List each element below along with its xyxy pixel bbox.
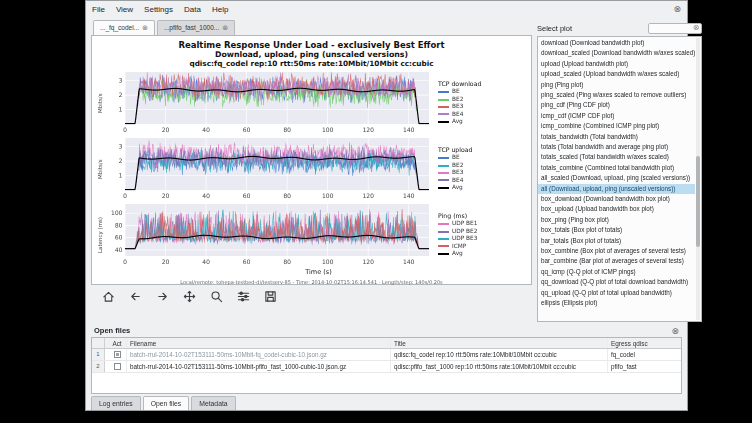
column-header-egress-qdisc: Egress qdisc bbox=[608, 338, 681, 348]
y-axis-label-ping: Latency (ms) bbox=[95, 206, 105, 264]
legend-line-swatch bbox=[438, 121, 449, 123]
menu-file[interactable]: File bbox=[92, 5, 105, 14]
plot-column: ..._fq_codel...⊗...pfifo_fast_1000...⊗ R… bbox=[91, 18, 532, 322]
forward-button[interactable] bbox=[154, 288, 171, 305]
plot-option-upload_scaled[interactable]: upload_scaled (Upload bandwidth w/axes s… bbox=[538, 69, 695, 79]
home-icon bbox=[102, 290, 115, 303]
plot-list: download (Download bandwidth plot)downlo… bbox=[537, 36, 702, 322]
plot-option-all_scaled[interactable]: all_scaled (Download, upload, ping (scal… bbox=[538, 173, 695, 183]
window-close-icon[interactable]: ⊗ bbox=[673, 5, 681, 14]
tab-close-icon[interactable]: ⊗ bbox=[222, 24, 228, 32]
plot-list-scrollbar[interactable] bbox=[696, 38, 700, 320]
plot-option-totals_bandwidth[interactable]: totals_bandwidth (Total bandwidth) bbox=[538, 132, 695, 142]
subplot-row-ping: Latency (ms)Ping (ms)UDP BE1UDP BE2UDP B… bbox=[95, 202, 531, 268]
legend-line-swatch bbox=[438, 99, 449, 101]
clear-filter-icon[interactable]: ⊗ bbox=[693, 24, 700, 32]
bottom-tab-metadata[interactable]: Metadata bbox=[191, 396, 235, 410]
legend-entry: UDP BE3 bbox=[438, 235, 523, 242]
legend-entry: BE4 bbox=[438, 177, 523, 184]
plot-option-ping_cdf[interactable]: ping_cdf (Ping CDF plot) bbox=[538, 100, 695, 110]
plot-option-icmp_cdf[interactable]: icmp_cdf (ICMP CDF plot) bbox=[538, 111, 695, 121]
save-button[interactable] bbox=[262, 288, 279, 305]
tab-close-icon[interactable]: ⊗ bbox=[142, 24, 148, 32]
legend-entry: BE bbox=[438, 88, 523, 95]
column-header-act: Act bbox=[105, 338, 127, 348]
pan-button[interactable] bbox=[181, 288, 198, 305]
y-axis-label-upload: Mbits/s bbox=[95, 140, 105, 198]
plot-option-download_scaled[interactable]: download_scaled (Download bandwidth w/ax… bbox=[538, 48, 695, 58]
back-button[interactable] bbox=[127, 288, 144, 305]
legend-entry: Avg bbox=[438, 118, 523, 125]
select-plot-title: Select plot bbox=[537, 24, 572, 33]
legend-entry: UDP BE2 bbox=[438, 228, 523, 235]
plot-title-line3: qdisc:fq_codel rep:10 rtt:50ms rate:10Mb… bbox=[92, 59, 531, 68]
plot-filter-input[interactable]: ⊗ bbox=[648, 23, 702, 34]
plot-option-icmp_combine[interactable]: icmp_combine (Combined ICMP ping plot) bbox=[538, 121, 695, 131]
plot-option-all[interactable]: all (Download, upload, ping (unscaled ve… bbox=[538, 184, 695, 194]
document-tab-2[interactable]: ...pfifo_fast_1000...⊗ bbox=[157, 20, 235, 35]
home-button[interactable] bbox=[100, 288, 117, 305]
menu-settings[interactable]: Settings bbox=[144, 5, 173, 14]
legend-entry: BE4 bbox=[438, 111, 523, 118]
menu-help[interactable]: Help bbox=[212, 5, 228, 14]
subplot-canvas-upload[interactable] bbox=[105, 136, 433, 202]
plot-option-box_totals[interactable]: box_totals (Box plot of totals) bbox=[538, 225, 695, 235]
legend-line-swatch bbox=[438, 113, 449, 115]
legend-ping: Ping (ms)UDP BE1UDP BE2UDP BE3ICMPAvg bbox=[433, 212, 523, 257]
plot-option-box_combine[interactable]: box_combine (Box plot of averages of sev… bbox=[538, 246, 695, 256]
plot-option-qq_icmp[interactable]: qq_icmp (Q-Q plot of ICMP pings) bbox=[538, 267, 695, 277]
zoom-icon bbox=[210, 290, 223, 303]
plot-option-ping_scaled[interactable]: ping_scaled (Ping w/axes scaled to remov… bbox=[538, 90, 695, 100]
row-number-header bbox=[92, 338, 105, 348]
legend-entry: UDP BE1 bbox=[438, 220, 523, 227]
plot-option-totals_combine[interactable]: totals_combine (Combined total bandwidth… bbox=[538, 163, 695, 173]
legend-label: Avg bbox=[452, 250, 463, 257]
plot-option-ellipsis[interactable]: ellipsis (Ellipsis plot) bbox=[538, 298, 695, 308]
plot-option-download[interactable]: download (Download bandwidth plot) bbox=[538, 38, 695, 48]
legend-download: TCP downloadBEBE2BE3BE4Avg bbox=[433, 80, 523, 125]
bottom-tab-log-entries[interactable]: Log entries bbox=[91, 396, 141, 410]
table-row[interactable]: 1batch-rrul-2014-10-02T153111-50ms-10Mbi… bbox=[92, 349, 681, 361]
select-plot-header: Select plot ⊗ bbox=[537, 21, 702, 36]
legend-title: TCP upload bbox=[438, 146, 523, 153]
legend-line-swatch bbox=[438, 165, 449, 167]
title-cell: qdisc:fq_codel rep:10 rtt:50ms rate:10Mb… bbox=[391, 349, 608, 360]
plot-toolbar bbox=[91, 285, 532, 309]
flent-window: FileViewSettingsDataHelp ⊗ ..._fq_codel.… bbox=[85, 0, 688, 411]
legend-entry: BE3 bbox=[438, 103, 523, 110]
menu-view[interactable]: View bbox=[116, 5, 133, 14]
plot-option-qq_upload[interactable]: qq_upload (Q-Q plot of total upload band… bbox=[538, 288, 695, 298]
plot-option-upload[interactable]: upload (Upload bandwidth plot) bbox=[538, 59, 695, 69]
subplots-button[interactable] bbox=[235, 288, 252, 305]
plot-title-line1: Realtime Response Under Load - exclusive… bbox=[92, 40, 531, 50]
plot-option-bar_combine[interactable]: bar_combine (Bar plot of averages of sev… bbox=[538, 256, 695, 266]
legend-label: UDP BE3 bbox=[452, 235, 477, 242]
legend-line-swatch bbox=[438, 106, 449, 108]
plot-option-bar_totals[interactable]: bar_totals (Box plot of totals) bbox=[538, 236, 695, 246]
bottom-tab-open-files[interactable]: Open files bbox=[143, 396, 190, 410]
plot-option-box_upload[interactable]: box_upload (Upload bandwidth box plot) bbox=[538, 204, 695, 214]
subplot-canvas-download[interactable] bbox=[105, 70, 433, 136]
back-icon bbox=[129, 290, 142, 303]
plot-option-totals_scaled[interactable]: totals_scaled (Total bandwidth w/axes sc… bbox=[538, 152, 695, 162]
row-number: 2 bbox=[92, 361, 105, 372]
legend-label: Avg bbox=[452, 184, 463, 191]
legend-entry: Avg bbox=[438, 250, 523, 257]
filename-cell: batch-rrul-2014-10-02T153111-50ms-10Mbit… bbox=[127, 361, 391, 372]
close-panel-icon[interactable]: ⊗ bbox=[671, 326, 679, 336]
plot-option-qq_download[interactable]: qq_download (Q-Q plot of total download … bbox=[538, 277, 695, 287]
legend-label: BE3 bbox=[452, 169, 463, 176]
scrollbar-thumb[interactable] bbox=[696, 156, 700, 246]
plot-option-totals[interactable]: totals (Total bandwidth and average ping… bbox=[538, 142, 695, 152]
table-row[interactable]: 2batch-rrul-2014-10-02T153111-50ms-10Mbi… bbox=[92, 361, 681, 373]
subplot-row-download: Mbits/sTCP downloadBEBE2BE3BE4Avg bbox=[95, 70, 531, 136]
document-tab-1[interactable]: ..._fq_codel...⊗ bbox=[93, 20, 155, 35]
menu-data[interactable]: Data bbox=[184, 5, 201, 14]
act-checkbox[interactable] bbox=[114, 363, 121, 370]
plot-option-box_download[interactable]: box_download (Download bandwidth box plo… bbox=[538, 194, 695, 204]
subplot-canvas-ping[interactable] bbox=[105, 202, 433, 268]
plot-option-box_ping[interactable]: box_ping (Ping box plot) bbox=[538, 215, 695, 225]
act-checkbox[interactable] bbox=[114, 351, 121, 358]
zoom-button[interactable] bbox=[208, 288, 225, 305]
plot-option-ping[interactable]: ping (Ping plot) bbox=[538, 80, 695, 90]
